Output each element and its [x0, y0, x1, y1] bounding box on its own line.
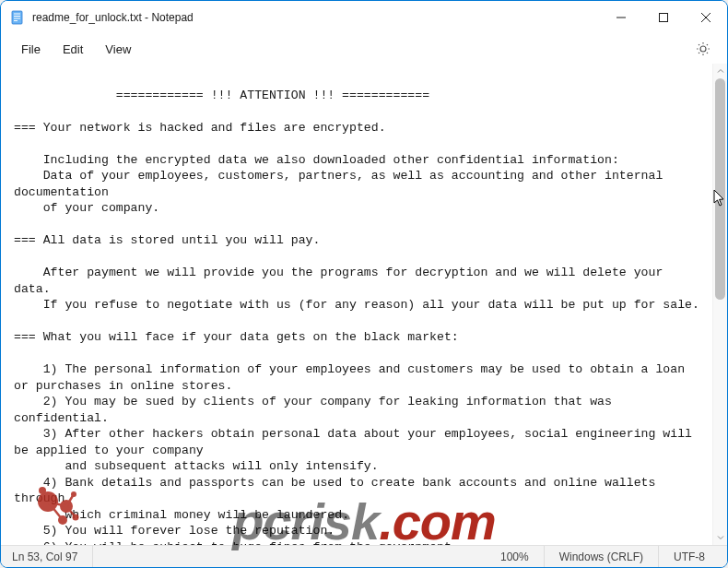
text-line[interactable]: 6) You will be subject to huge fines fro… [14, 539, 699, 546]
text-line[interactable]: of your company. [14, 200, 699, 217]
menu-edit[interactable]: Edit [52, 39, 94, 60]
text-line[interactable] [14, 103, 699, 120]
titlebar[interactable]: readme_for_unlock.txt - Notepad [1, 1, 727, 34]
status-cursor-position: Ln 53, Col 97 [8, 546, 93, 567]
text-line[interactable] [14, 314, 699, 330]
text-line[interactable] [14, 136, 699, 152]
chevron-up-icon [717, 67, 724, 75]
text-line[interactable]: and subsequent attacks will only intensi… [14, 458, 699, 475]
text-line[interactable] [14, 249, 699, 266]
vertical-scrollbar[interactable] [712, 64, 727, 545]
window-controls [600, 1, 727, 34]
editor-area: ============ !!! ATTENTION !!! =========… [1, 64, 727, 545]
text-line[interactable]: If you refuse to negotiate with us (for … [14, 297, 699, 314]
menubar: File Edit View [1, 34, 727, 64]
text-line[interactable]: 5) You will forever lose the reputation. [14, 523, 699, 539]
gear-icon [696, 41, 710, 56]
chevron-down-icon [717, 534, 724, 541]
text-line[interactable] [14, 71, 699, 88]
status-encoding: UTF-8 [659, 546, 720, 567]
notepad-icon [10, 10, 25, 25]
status-right-group: 100% Windows (CRLF) UTF-8 [497, 546, 720, 567]
text-line[interactable]: === All data is stored until you will pa… [14, 232, 699, 249]
text-line[interactable]: ============ !!! ATTENTION !!! =========… [14, 88, 699, 104]
text-line[interactable] [14, 217, 699, 233]
text-line[interactable] [14, 346, 699, 362]
text-line[interactable]: Including the encrypted data we also dow… [14, 152, 699, 169]
scroll-thumb[interactable] [715, 78, 725, 300]
text-line[interactable]: === What you will face if your data gets… [14, 329, 699, 346]
text-line[interactable]: After payment we will provide you the pr… [14, 265, 699, 297]
maximize-button[interactable] [642, 1, 685, 34]
status-line-ending: Windows (CRLF) [545, 546, 659, 567]
text-editor[interactable]: ============ !!! ATTENTION !!! =========… [1, 64, 712, 545]
menu-file[interactable]: File [10, 39, 52, 60]
window-title: readme_for_unlock.txt - Notepad [32, 11, 194, 24]
status-zoom[interactable]: 100% [497, 546, 545, 567]
text-line[interactable]: 3) After other hackers obtain personal d… [14, 426, 699, 458]
minimize-button[interactable] [600, 1, 642, 34]
text-line[interactable]: 1) The personal information of your empl… [14, 361, 699, 394]
notepad-window: readme_for_unlock.txt - Notepad File Edi… [0, 0, 728, 568]
svg-rect-6 [660, 14, 668, 22]
close-button[interactable] [685, 1, 727, 34]
menu-view[interactable]: View [94, 39, 142, 60]
text-line[interactable]: 2) You may be sued by clients of your co… [14, 394, 699, 426]
text-line[interactable]: === Your network is hacked and files are… [14, 120, 699, 136]
scroll-up-button[interactable] [713, 64, 727, 78]
text-line[interactable]: 4) Bank details and passports can be use… [14, 475, 699, 507]
text-line[interactable]: which criminal money will be laundered. [14, 507, 699, 524]
text-line[interactable]: Data of your employees, customers, partn… [14, 168, 699, 200]
settings-button[interactable] [688, 34, 718, 64]
scroll-down-button[interactable] [713, 530, 727, 545]
svg-rect-0 [12, 11, 22, 24]
statusbar: Ln 53, Col 97 100% Windows (CRLF) UTF-8 [1, 545, 727, 567]
